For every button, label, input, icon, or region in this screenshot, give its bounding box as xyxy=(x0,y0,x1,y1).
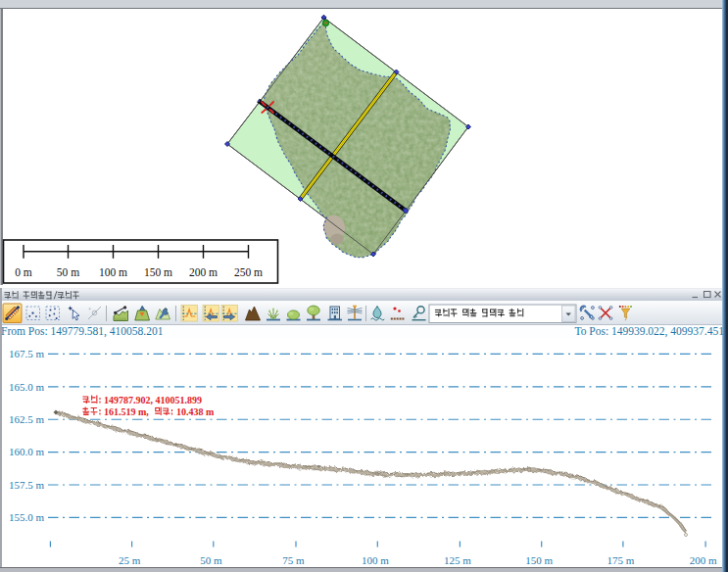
svg-text:0 m: 0 m xyxy=(15,266,32,278)
svg-text:10.438 m: 10.438 m xyxy=(176,406,215,417)
svg-text:175 m: 175 m xyxy=(607,554,634,566)
svg-text:75 m: 75 m xyxy=(282,554,305,566)
svg-text:50 m: 50 m xyxy=(57,266,79,278)
svg-text:25 m: 25 m xyxy=(119,554,141,566)
svg-text:155.0 m: 155.0 m xyxy=(9,511,45,523)
svg-text:To Pos: 149939.022, 409937.451: To Pos: 149939.022, 409937.451 xyxy=(574,325,724,338)
svg-text:157.5 m: 157.5 m xyxy=(9,479,45,491)
svg-text:165.0 m: 165.0 m xyxy=(9,381,45,393)
svg-text:150 m: 150 m xyxy=(144,266,172,278)
svg-text:100 m: 100 m xyxy=(362,554,389,566)
svg-text:50 m: 50 m xyxy=(200,554,222,566)
svg-text:167.5 m: 167.5 m xyxy=(9,348,45,359)
svg-text:125 m: 125 m xyxy=(444,554,471,566)
svg-text:From Pos: 149779.581, 410058.2: From Pos: 149779.581, 410058.201 xyxy=(1,325,164,338)
svg-text:250 m: 250 m xyxy=(234,266,263,278)
svg-text:150 m: 150 m xyxy=(525,554,553,566)
svg-text:149787.902, 410051.899: 149787.902, 410051.899 xyxy=(104,395,202,405)
svg-text:100 m: 100 m xyxy=(99,266,127,278)
svg-text:200 m: 200 m xyxy=(690,554,717,566)
svg-text:160.0 m: 160.0 m xyxy=(9,446,45,457)
svg-text:161.519 m,: 161.519 m, xyxy=(104,406,149,417)
svg-text:200 m: 200 m xyxy=(189,266,218,278)
svg-text:162.5 m: 162.5 m xyxy=(9,413,45,425)
